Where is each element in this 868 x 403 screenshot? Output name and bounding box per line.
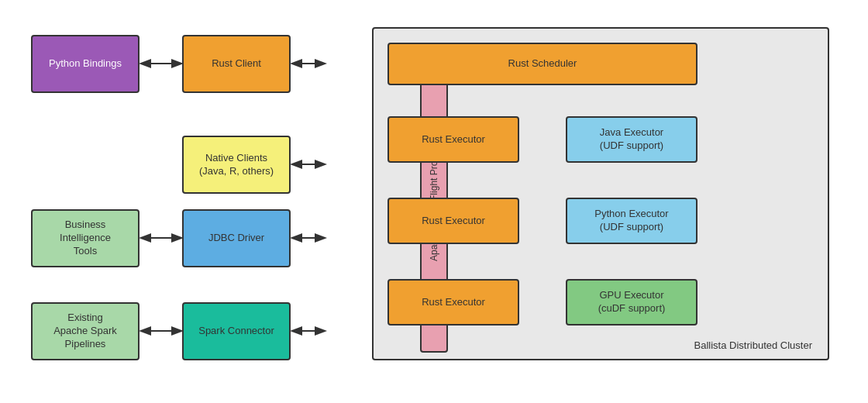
rust-executor-2-box: Rust Executor [388,198,519,244]
architecture-diagram: Ballista Distributed Cluster Python Bind… [16,12,852,391]
java-executor-box: Java Executor(UDF support) [566,116,698,163]
spark-pipelines-box: ExistingApache SparkPipelines [31,302,140,360]
python-executor-box: Python Executor(UDF support) [566,198,698,244]
rust-executor-3-box: Rust Executor [388,279,519,326]
spark-connector-box: Spark Connector [182,302,291,360]
jdbc-driver-box: JDBC Driver [182,209,291,267]
rust-scheduler-box: Rust Scheduler [388,43,698,85]
gpu-executor-box: GPU Executor(cuDF support) [566,279,698,326]
bi-tools-box: Business IntelligenceTools [31,209,140,267]
rust-executor-1-box: Rust Executor [388,116,519,163]
native-clients-box: Native Clients(Java, R, others) [182,136,291,194]
rust-client-box: Rust Client [182,35,291,93]
python-bindings-box: Python Bindings [31,35,140,93]
ballista-label: Ballista Distributed Cluster [694,339,812,351]
